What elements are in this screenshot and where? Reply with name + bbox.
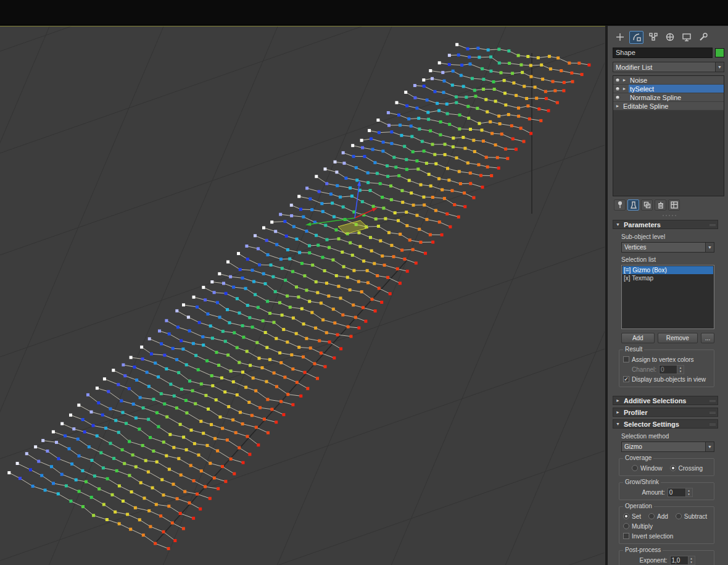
motion-tab[interactable] [663, 31, 677, 44]
spinner-down-icon[interactable]: ▾ [689, 560, 695, 564]
remove-modifier-icon [656, 201, 665, 209]
modifier-stack-item-normalize-spline[interactable]: Normalize Spline [613, 93, 724, 102]
invert-selection-label: Invert selection [632, 533, 673, 540]
operation-multiply-radio[interactable] [623, 523, 629, 529]
command-panel: Shape Modifier List ▼ ► Noise ► tySelect… [608, 26, 728, 565]
selection-method-dropdown[interactable]: Gizmo ▼ [621, 442, 714, 452]
result-group-title: Result [623, 346, 644, 353]
create-tab[interactable] [613, 31, 627, 44]
operation-subtract-radio[interactable] [676, 513, 682, 519]
coverage-window-radio[interactable] [632, 465, 638, 471]
rollout-list: ▼ Parameters Sub-object level Vertices ▼… [613, 220, 726, 565]
rollout-expanded-arrow-icon: ▼ [616, 222, 621, 227]
post-process-group: Post-process Exponent: 1,0 ▴▾ [619, 550, 714, 565]
viewport-perspective[interactable] [0, 26, 605, 565]
modifier-label: Editable Spline [622, 102, 724, 110]
modifier-list-dropdown[interactable]: Modifier List ▼ [613, 62, 724, 72]
add-button[interactable]: Add [621, 333, 655, 343]
rollout-grip [709, 400, 716, 402]
amount-value[interactable]: 0 [668, 488, 686, 497]
object-color-swatch[interactable] [715, 48, 724, 57]
channel-spinner[interactable]: 0 ▴▾ [659, 365, 684, 374]
hierarchy-tab[interactable] [646, 31, 660, 44]
rollout-expanded-arrow-icon: ▼ [616, 422, 621, 426]
create-icon [615, 32, 625, 42]
configure-modifier-sets-icon [670, 201, 679, 209]
coverage-group-title: Coverage [623, 454, 653, 461]
configure-modifier-sets-button[interactable] [668, 199, 680, 211]
utilities-tab[interactable] [696, 31, 710, 44]
display-tab[interactable] [679, 31, 693, 44]
operation-add-radio[interactable] [648, 513, 655, 519]
display-sub-objects-checkbox[interactable]: ✓ [623, 376, 629, 382]
pin-stack-button[interactable] [614, 199, 626, 211]
expand-arrow-icon[interactable]: ► [622, 86, 627, 91]
more-options-button[interactable]: ... [701, 333, 714, 343]
modifier-stack-toolbar [613, 199, 726, 211]
remove-modifier-button[interactable] [655, 199, 666, 211]
display-sub-objects-label: Display sub-objects in view [632, 376, 706, 383]
spinner-down-icon[interactable]: ▾ [686, 492, 692, 496]
coverage-crossing-label: Crossing [679, 465, 703, 472]
modifier-visibility-bulb-icon[interactable] [615, 78, 620, 83]
modifier-stack-item-tyselect[interactable]: ► tySelect [613, 85, 724, 93]
selection-listbox[interactable]: [=] Gizmo (Box) [x] Texmap [621, 265, 714, 329]
object-name-field[interactable]: Shape [613, 48, 713, 58]
make-unique-icon [643, 201, 651, 209]
selection-method-label: Selection method [621, 433, 717, 440]
operation-group-title: Operation [623, 503, 654, 509]
modifier-stack: ► Noise ► tySelect Normalize Spline ► Ed… [613, 75, 724, 196]
channel-value[interactable]: 0 [659, 365, 677, 374]
operation-set-radio[interactable] [623, 513, 629, 519]
rollout-profiler-header[interactable]: ► Profiler [613, 408, 718, 417]
rollout-parameters-header[interactable]: ▼ Parameters [613, 220, 718, 229]
amount-label: Amount: [642, 489, 664, 496]
channel-label: Channel: [632, 366, 656, 373]
sub-object-level-label: Sub-object level [621, 233, 717, 240]
show-end-result-button[interactable] [627, 199, 639, 211]
rollout-grip [709, 224, 716, 226]
rollout-title: Profiler [624, 409, 648, 416]
rollout-collapsed-arrow-icon: ► [616, 410, 621, 414]
exponent-label: Exponent: [639, 557, 667, 564]
sub-object-level-dropdown[interactable]: Vertices ▼ [621, 242, 714, 253]
coverage-group: Coverage Window Crossing [619, 458, 714, 476]
coverage-crossing-radio[interactable] [670, 465, 676, 471]
expand-arrow-icon[interactable]: ► [622, 78, 627, 82]
selection-list-item-texmap[interactable]: [x] Texmap [623, 274, 713, 282]
modifier-visibility-bulb-icon[interactable] [615, 86, 620, 91]
exponent-value[interactable]: 1,0 [670, 556, 689, 565]
rollout-selector-settings-body: Selection method Gizmo ▼ Coverage Window… [613, 429, 718, 565]
post-process-group-title: Post-process [623, 546, 663, 553]
show-end-result-icon [629, 201, 638, 209]
result-group: Result Assign to vertex colors Channel: … [619, 349, 714, 387]
remove-button[interactable]: Remove [658, 333, 698, 343]
spinner-down-icon[interactable]: ▾ [677, 369, 684, 374]
rollout-additive-selections-header[interactable]: ► Additive Selections [613, 396, 718, 405]
operation-group: Operation Set Add Subtract Multiply Inve… [619, 506, 714, 544]
modifier-list-label: Modifier List [616, 64, 652, 71]
panel-splitter-handle[interactable] [613, 213, 726, 217]
hierarchy-icon [648, 32, 658, 42]
amount-spinner[interactable]: 0 ▴▾ [668, 488, 693, 497]
make-unique-button[interactable] [641, 199, 653, 211]
dropdown-arrow-icon: ▼ [715, 62, 724, 72]
modifier-visibility-bulb-icon[interactable] [615, 95, 620, 100]
exponent-spinner[interactable]: 1,0 ▴▾ [670, 556, 695, 565]
invert-selection-checkbox[interactable] [623, 533, 629, 539]
grow-shrink-group: Grow/Shrink Amount: 0 ▴▾ [619, 482, 714, 500]
expand-arrow-icon[interactable]: ► [615, 104, 620, 108]
grow-shrink-group-title: Grow/Shrink [623, 479, 661, 485]
operation-set-label: Set [632, 513, 641, 520]
pin-stack-icon [616, 201, 624, 209]
viewport-canvas [0, 27, 605, 565]
selection-list-item-gizmo[interactable]: [=] Gizmo (Box) [623, 266, 713, 274]
modifier-stack-item-noise[interactable]: ► Noise [613, 76, 724, 85]
operation-add-label: Add [657, 513, 668, 520]
assign-to-vertex-colors-checkbox[interactable] [623, 356, 629, 362]
modifier-stack-item-editable-spline[interactable]: ► Editable Spline [613, 102, 724, 111]
object-name-row: Shape [613, 48, 726, 58]
modify-tab[interactable] [629, 31, 643, 44]
rollout-selector-settings-header[interactable]: ▼ Selector Settings [613, 419, 718, 429]
dropdown-arrow-icon: ▼ [705, 442, 714, 451]
